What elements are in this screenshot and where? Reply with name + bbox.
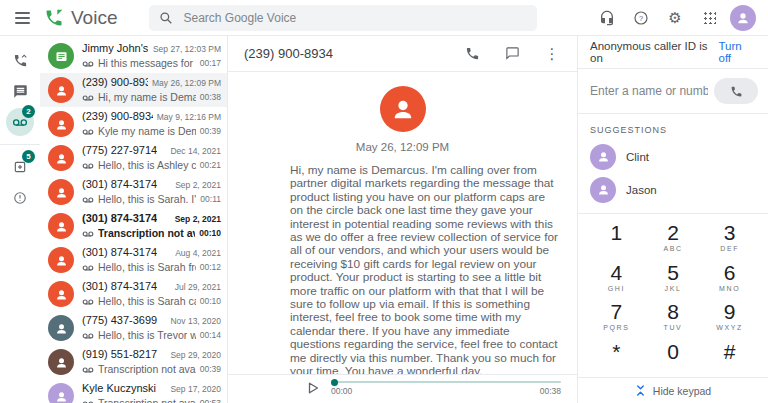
call-button[interactable] xyxy=(714,78,758,104)
total-time: 00:38 xyxy=(540,386,561,396)
nav-add-credit[interactable]: 5 xyxy=(0,153,40,181)
more-options-button[interactable]: ⋮ xyxy=(543,45,561,63)
send-message-button[interactable] xyxy=(503,45,521,63)
voicemail-list-item[interactable]: (239) 900-8934 May 26, 12:09 PM Hi, my n… xyxy=(40,73,227,107)
caller-avatar xyxy=(48,43,74,69)
key-letters: TUV xyxy=(664,324,683,333)
key-digit: 6 xyxy=(724,262,736,284)
search-bar[interactable] xyxy=(149,5,537,31)
voicemail-icon xyxy=(82,60,94,68)
voicemail-list-item[interactable]: (301) 874-3174 Jul 29, 2021 Hello, this … xyxy=(40,277,227,311)
key-letters: JKL xyxy=(665,285,682,294)
voicemail-date: Sep 2, 2021 xyxy=(175,213,221,226)
keypad-key[interactable]: * xyxy=(588,337,645,377)
voicemail-item-text: Kyle Kuczynski Sep 17, 2020 Transcriptio… xyxy=(82,382,221,403)
voicemail-list-item[interactable]: (301) 874-3174 Sep 2, 2021 Transcription… xyxy=(40,209,227,243)
turn-off-link[interactable]: Turn off xyxy=(718,40,756,64)
voicemail-date: Dec 14, 2021 xyxy=(170,145,221,158)
voicemail-icon xyxy=(82,264,94,272)
settings-button[interactable]: ⚙ xyxy=(662,5,688,31)
key-digit: 4 xyxy=(610,262,622,284)
voicemail-list-item[interactable]: (239) 900-8934 May 9, 12:16 PM Kyle my n… xyxy=(40,107,227,141)
nav-voicemail[interactable]: 2 xyxy=(0,108,40,136)
voicemail-list-item[interactable]: (301) 874-3174 Aug 4, 2021 Hello, this i… xyxy=(40,243,227,277)
keypad-key[interactable]: 6 MNO xyxy=(701,258,758,298)
voicemail-list-item[interactable]: (775) 437-3699 Nov 13, 2020 Hello, this … xyxy=(40,311,227,345)
person-icon xyxy=(735,10,751,26)
voicemail-list-item[interactable]: (775) 227-9714 Dec 14, 2021 Hello, this … xyxy=(40,141,227,175)
transcript-preview: Hi this messages for Kyle. T… xyxy=(98,57,196,70)
voicemail-list: Jimmy John's Sep 27, 12:03 PM Hi this me… xyxy=(40,36,228,403)
key-letters: DEF xyxy=(720,245,739,254)
keypad-key[interactable]: 3 DEF xyxy=(701,218,758,258)
keypad-key[interactable]: 4 GHI xyxy=(588,258,645,298)
headset-button[interactable] xyxy=(594,5,620,31)
nav-messages[interactable] xyxy=(0,77,40,105)
anonymous-caller-banner: Anonymous caller ID is on Turn off xyxy=(578,36,768,69)
phone-call-icon xyxy=(13,53,28,68)
account-avatar[interactable] xyxy=(730,5,756,31)
nav-calls[interactable] xyxy=(0,46,40,74)
voicemail-duration: 00:38 xyxy=(200,91,221,104)
phone-icon xyxy=(465,46,480,61)
seek-bar[interactable] xyxy=(331,381,561,383)
voicemail-date: May 9, 12:16 PM xyxy=(157,111,221,124)
voicemail-timestamp: May 26, 12:09 PM xyxy=(228,141,577,153)
dial-input[interactable] xyxy=(590,84,708,98)
transcript-preview: Transcription not available xyxy=(98,227,195,240)
keypad-key[interactable]: 7 PQRS xyxy=(588,298,645,338)
keypad-key[interactable]: 9 WXYZ xyxy=(701,298,758,338)
voicemail-list-item[interactable]: Jimmy John's Sep 27, 12:03 PM Hi this me… xyxy=(40,39,227,73)
voicemail-item-text: (301) 874-3174 Aug 4, 2021 Hello, this i… xyxy=(82,246,221,274)
play-button[interactable] xyxy=(308,382,319,394)
keypad-key[interactable]: # xyxy=(701,337,758,377)
key-digit: * xyxy=(612,341,620,363)
voicemail-player: 00:00 00:38 xyxy=(228,374,577,403)
nav-rail: 2 5 xyxy=(0,36,40,403)
caller-name: Kyle Kuczynski xyxy=(82,382,156,395)
voicemail-list-item[interactable]: (301) 874-3174 Sep 2, 2021 Hello, this i… xyxy=(40,175,227,209)
key-digit: 3 xyxy=(724,222,736,244)
transcript-preview: Kyle my name is Demarcus. I… xyxy=(98,125,196,138)
hide-keypad-button[interactable]: Hide keypad xyxy=(578,377,768,403)
suggestion-item[interactable]: Clint xyxy=(578,140,768,173)
person-icon xyxy=(54,321,69,336)
voicemail-icon xyxy=(82,332,94,340)
keypad-key[interactable]: 0 xyxy=(645,337,702,377)
person-icon xyxy=(54,253,69,268)
voice-logo: Voice xyxy=(44,7,117,29)
apps-grid-button[interactable] xyxy=(696,5,722,31)
collapse-icon xyxy=(635,385,646,396)
call-back-button[interactable] xyxy=(463,45,481,63)
voicemail-duration: 00:10 xyxy=(200,295,221,308)
voicemail-date: Sep 2, 2021 xyxy=(175,179,221,192)
caller-avatar xyxy=(48,111,74,137)
keypad-key[interactable]: 5 JKL xyxy=(645,258,702,298)
keypad-key[interactable]: 8 TUV xyxy=(645,298,702,338)
voicemail-date: Sep 17, 2020 xyxy=(170,383,221,396)
search-input[interactable] xyxy=(183,11,527,25)
menu-button[interactable] xyxy=(0,0,44,36)
voicemail-date: Jul 29, 2021 xyxy=(175,281,221,294)
player-times: 00:00 00:38 xyxy=(331,386,561,396)
caller-name: (775) 227-9714 xyxy=(82,144,157,157)
keypad-key[interactable]: 1 xyxy=(588,218,645,258)
contact-name: Jason xyxy=(626,184,657,196)
key-letters: ABC xyxy=(663,245,682,254)
voicemail-transcript: Hi, my name is Demarcus. I'm calling ove… xyxy=(290,164,559,374)
person-icon xyxy=(54,117,69,132)
voicemail-list-item[interactable]: (919) 551-8217 Sep 29, 2020 Transcriptio… xyxy=(40,345,227,379)
caller-name: Jimmy John's xyxy=(82,42,148,55)
apps-grid-icon xyxy=(703,11,716,24)
help-button[interactable]: ? xyxy=(628,5,654,31)
voicemail-list-item[interactable]: Kyle Kuczynski Sep 17, 2020 Transcriptio… xyxy=(40,379,227,403)
suggestion-item[interactable]: Jason xyxy=(578,173,768,206)
svg-text:?: ? xyxy=(639,13,643,22)
seek-thumb[interactable] xyxy=(331,379,338,386)
keypad-key[interactable]: 2 ABC xyxy=(645,218,702,258)
voicemail-detail: May 26, 12:09 PM Hi, my name is Demarcus… xyxy=(228,72,577,374)
nav-info[interactable] xyxy=(0,184,40,212)
caller-name: (919) 551-8217 xyxy=(82,348,157,361)
key-digit: 7 xyxy=(610,301,622,323)
voicemail-item-text: (775) 437-3699 Nov 13, 2020 Hello, this … xyxy=(82,314,221,342)
